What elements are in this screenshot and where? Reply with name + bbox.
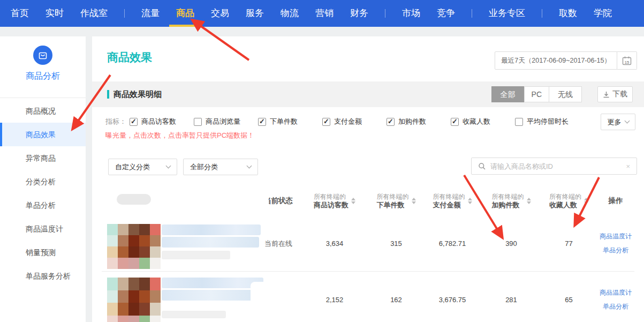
sidebar-divider xyxy=(0,98,86,98)
payment-cell: 3,676.75 xyxy=(423,296,482,304)
single-item-analysis-link[interactable]: 单品分析 xyxy=(603,246,628,255)
detail-section-header: 商品效果明细 全部 PC 无线 下载 xyxy=(92,81,644,107)
censor-blob xyxy=(117,194,151,205)
metric-item-visitors[interactable]: 商品访客数 xyxy=(130,117,194,126)
sidebar-group-title: 商品分析 xyxy=(0,71,86,82)
visitors-cell: 3,634 xyxy=(300,239,369,248)
download-button[interactable]: 下载 xyxy=(597,86,633,102)
detail-section-title: 商品效果明细 xyxy=(107,90,162,99)
checkbox-unchecked-icon[interactable] xyxy=(194,118,202,126)
search-input[interactable] xyxy=(490,162,626,170)
clear-search-icon[interactable]: × xyxy=(626,162,630,170)
single-item-analysis-link[interactable]: 单品分析 xyxy=(603,302,628,311)
search-icon xyxy=(478,162,486,170)
product-cell[interactable] xyxy=(102,215,257,272)
chevron-down-icon xyxy=(624,118,630,124)
sidebar-item-category-analysis[interactable]: 分类分析 xyxy=(0,170,86,193)
favorites-cell: 65 xyxy=(541,296,597,304)
sidebar: 商品分析 商品概况 商品效果 异常商品 分类分析 单品分析 商品温度计 销量预测… xyxy=(0,36,86,322)
svg-text:15: 15 xyxy=(625,60,629,65)
nav-item-home[interactable]: 首页 xyxy=(11,0,29,27)
table-header-row: 当前状态 所有终端的商品访客数 所有终端的下单件数 所有终端的支付金额 所有终端… xyxy=(102,186,634,215)
metric-filter-label: 指标： xyxy=(105,117,130,126)
metric-item-orders[interactable]: 下单件数 xyxy=(258,117,322,126)
nav-item-finance[interactable]: 财务 xyxy=(350,0,368,27)
sidebar-item-single-item-analysis[interactable]: 单品分析 xyxy=(0,193,86,217)
table-header-orders: 所有终端的下单件数 xyxy=(369,193,423,209)
sidebar-item-abnormal-products[interactable]: 异常商品 xyxy=(0,146,86,170)
more-metrics-button[interactable]: 更多 xyxy=(601,114,635,130)
nav-item-trade[interactable]: 交易 xyxy=(211,0,229,27)
nav-divider xyxy=(472,9,472,18)
custom-category-select[interactable]: 自定义分类 xyxy=(108,159,177,175)
metric-item-favorites[interactable]: 收藏人数 xyxy=(451,117,515,126)
metric-item-pageviews[interactable]: 商品浏览量 xyxy=(194,117,258,126)
nav-item-logistics[interactable]: 物流 xyxy=(281,0,299,27)
nav-item-service[interactable]: 服务 xyxy=(246,0,264,27)
product-thermometer-link[interactable]: 商品温度计 xyxy=(600,288,632,297)
metric-item-stay-duration[interactable]: 平均停留时长 xyxy=(515,117,585,126)
chevron-down-icon xyxy=(247,163,252,169)
checkbox-unchecked-icon[interactable] xyxy=(515,118,523,126)
top-nav: 首页 实时 作战室 流量 商品 交易 服务 物流 营销 财务 市场 竞争 业务专… xyxy=(0,0,644,27)
table-header-favorites: 所有终端的收藏人数 xyxy=(541,193,597,209)
nav-divider xyxy=(542,9,542,18)
nav-item-market[interactable]: 市场 xyxy=(402,0,420,27)
nav-item-academy[interactable]: 学院 xyxy=(594,0,612,27)
nav-item-traffic[interactable]: 流量 xyxy=(141,0,160,27)
product-search-box: × xyxy=(471,158,637,175)
nav-divider xyxy=(124,9,125,18)
sidebar-item-product-overview[interactable]: 商品概况 xyxy=(0,99,86,123)
download-icon xyxy=(603,91,610,98)
sort-icon[interactable] xyxy=(584,198,588,204)
status-cell: 当前在线 xyxy=(257,239,300,249)
sort-icon[interactable] xyxy=(468,198,472,204)
nav-item-data-extract[interactable]: 取数 xyxy=(559,0,577,27)
sort-icon[interactable] xyxy=(412,198,416,204)
date-range-value[interactable]: 最近7天（2017-06-09~2017-06-15） xyxy=(495,51,617,70)
all-category-select[interactable]: 全部分类 xyxy=(183,159,258,175)
visitors-cell: 2,152 xyxy=(300,296,369,304)
actions-cell: 商品温度计 单品分析 xyxy=(597,232,634,255)
sidebar-item-single-item-service-analysis[interactable]: 单品服务分析 xyxy=(0,264,86,288)
tab-all-terminals[interactable]: 全部 xyxy=(491,86,525,102)
calendar-button[interactable]: 15 xyxy=(617,51,637,70)
product-thermometer-link[interactable]: 商品温度计 xyxy=(600,232,632,241)
checkbox-checked-icon[interactable] xyxy=(130,118,138,126)
sidebar-item-product-effect[interactable]: 商品效果 xyxy=(0,123,86,146)
sidebar-item-product-thermometer[interactable]: 商品温度计 xyxy=(0,217,86,241)
nav-item-business-zone[interactable]: 业务专区 xyxy=(489,0,525,27)
chevron-down-icon xyxy=(166,163,171,169)
checkbox-checked-icon[interactable] xyxy=(258,118,266,126)
censor-blob xyxy=(251,282,302,305)
nav-item-competition[interactable]: 竞争 xyxy=(437,0,455,27)
nav-divider xyxy=(385,9,385,18)
checkbox-checked-icon[interactable] xyxy=(451,118,459,126)
censored-product-title xyxy=(162,278,263,288)
nav-item-marketing[interactable]: 营销 xyxy=(315,0,334,27)
favorites-cell: 77 xyxy=(541,239,597,248)
sidebar-item-sales-forecast[interactable]: 销量预测 xyxy=(0,241,86,264)
nav-item-war-room[interactable]: 作战室 xyxy=(80,0,108,27)
checkbox-checked-icon[interactable] xyxy=(322,118,330,126)
cart-cell: 390 xyxy=(482,239,541,248)
censored-product-image xyxy=(107,278,161,322)
censored-product-title xyxy=(162,237,259,248)
metric-item-cart[interactable]: 加购件数 xyxy=(387,117,451,126)
metric-item-payment[interactable]: 支付金额 xyxy=(322,117,387,126)
main-panel: 商品效果 最近7天（2017-06-09~2017-06-15） 15 商品效果… xyxy=(92,36,644,322)
nav-item-realtime[interactable]: 实时 xyxy=(46,0,64,27)
table-row: 2,152 162 3,676.75 281 65 商品温度计 单品分析 xyxy=(102,272,634,322)
sort-icon[interactable] xyxy=(351,198,355,204)
date-range-picker: 最近7天（2017-06-09~2017-06-15） 15 xyxy=(495,51,637,70)
nav-item-product[interactable]: 商品 xyxy=(176,0,194,27)
table-header-actions: 操作 xyxy=(597,196,634,206)
sort-icon[interactable] xyxy=(527,198,531,204)
product-cell[interactable] xyxy=(102,272,257,322)
tab-pc[interactable]: PC xyxy=(524,86,549,102)
table-row: 当前在线 3,634 315 6,782.71 390 77 商品温度计 单品分… xyxy=(102,215,634,272)
checkbox-checked-icon[interactable] xyxy=(387,118,395,126)
tab-wireless[interactable]: 无线 xyxy=(549,86,582,102)
orders-cell: 315 xyxy=(369,239,423,248)
censored-product-title xyxy=(162,224,261,235)
